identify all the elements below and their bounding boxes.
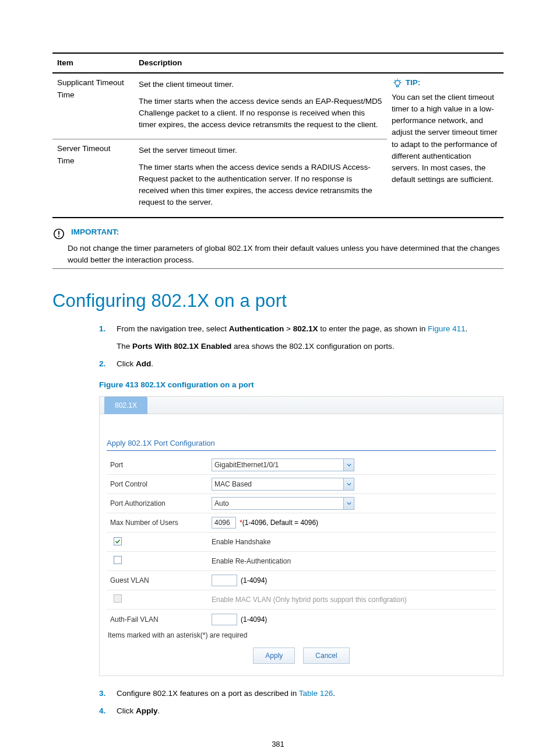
check-icon bbox=[115, 538, 121, 544]
row-max-users: Max Number of Users 4096 *(1-4096, Defau… bbox=[107, 513, 496, 533]
enable-mac-vlan-label: Enable MAC VLAN (Only hybrid ports suppo… bbox=[212, 594, 496, 605]
step-1: From the navigation tree, select Authent… bbox=[99, 323, 504, 353]
svg-rect-2 bbox=[58, 230, 59, 234]
cell-desc: Set the client timeout timer. The timer … bbox=[134, 73, 387, 139]
row-auth-fail-vlan: Auth-Fail VLAN (1-4094) bbox=[107, 610, 496, 629]
tip-label: TIP: bbox=[406, 78, 421, 87]
port-label: Port bbox=[107, 460, 212, 470]
lightbulb-icon bbox=[392, 78, 403, 89]
row-enable-reauth: Enable Re-Authentication bbox=[107, 552, 496, 571]
enable-handshake-checkbox[interactable] bbox=[114, 537, 122, 545]
row-guest-vlan: Guest VLAN (1-4094) bbox=[107, 571, 496, 590]
step-3: Configure 802.1X features on a port as d… bbox=[99, 688, 504, 699]
guest-vlan-input[interactable] bbox=[212, 575, 237, 586]
figure-411-link[interactable]: Figure 411 bbox=[428, 324, 466, 333]
max-users-input[interactable]: 4096 bbox=[212, 517, 236, 528]
cell-item: Server Timeout Time bbox=[52, 139, 134, 218]
important-body: Do not change the timer parameters of gl… bbox=[52, 243, 504, 267]
auth-fail-vlan-input[interactable] bbox=[212, 614, 237, 625]
auth-fail-vlan-label: Auth-Fail VLAN bbox=[107, 614, 212, 625]
figure-caption: Figure 413 802.1X configuration on a por… bbox=[99, 379, 504, 391]
tip-body: You can set the client timeout timer to … bbox=[392, 92, 499, 186]
row-port-control: Port Control MAC Based bbox=[107, 475, 496, 494]
tab-bar: 802.1X bbox=[100, 397, 503, 414]
row-enable-handshake: Enable Handshake bbox=[107, 533, 496, 552]
row-port: Port GigabitEthernet1/0/1 bbox=[107, 456, 496, 475]
tab-802-1x[interactable]: 802.1X bbox=[104, 397, 147, 414]
chevron-down-icon bbox=[343, 498, 354, 509]
row-port-authorization: Port Authorization Auto bbox=[107, 494, 496, 513]
exclamation-circle-icon bbox=[52, 228, 65, 240]
table-126-link[interactable]: Table 126 bbox=[299, 689, 333, 698]
max-users-label: Max Number of Users bbox=[107, 517, 212, 528]
chevron-down-icon bbox=[343, 459, 354, 471]
cell-desc: Set the server timeout timer. The timer … bbox=[134, 139, 387, 218]
page-number: 381 bbox=[52, 738, 504, 750]
cell-item: Supplicant Timeout Time bbox=[52, 73, 134, 139]
tip-cell: TIP: You can set the client timeout time… bbox=[387, 73, 504, 217]
th-description: Description bbox=[134, 53, 504, 73]
guest-vlan-label: Guest VLAN bbox=[107, 575, 212, 586]
enable-reauth-label: Enable Re-Authentication bbox=[212, 556, 496, 566]
svg-rect-3 bbox=[58, 236, 59, 237]
important-label: IMPORTANT: bbox=[71, 226, 119, 238]
port-authorization-select[interactable]: Auto bbox=[212, 497, 354, 510]
parameters-table: Item Description Supplicant Timeout Time… bbox=[52, 52, 504, 218]
port-select[interactable]: GigabitEthernet1/0/1 bbox=[212, 459, 354, 471]
chevron-down-icon bbox=[343, 478, 354, 490]
port-control-select[interactable]: MAC Based bbox=[212, 478, 354, 491]
step-2: Click Add. bbox=[99, 358, 504, 370]
cancel-button[interactable]: Cancel bbox=[303, 648, 349, 664]
th-item: Item bbox=[52, 53, 134, 73]
step-4: Click Apply. bbox=[99, 705, 504, 717]
figure-802-1x-config: 802.1X Apply 802.1X Port Configuration P… bbox=[99, 396, 504, 677]
form-section-header: Apply 802.1X Port Configuration bbox=[107, 438, 496, 452]
apply-button[interactable]: Apply bbox=[253, 648, 295, 664]
table-row: Supplicant Timeout Time Set the client t… bbox=[52, 73, 504, 139]
enable-mac-vlan-checkbox bbox=[114, 594, 122, 603]
enable-reauth-checkbox[interactable] bbox=[114, 556, 122, 564]
svg-point-0 bbox=[395, 80, 400, 85]
section-heading: Configuring 802.1X on a port bbox=[52, 288, 504, 315]
port-authorization-label: Port Authorization bbox=[107, 498, 212, 509]
row-mac-vlan: Enable MAC VLAN (Only hybrid ports suppo… bbox=[107, 590, 496, 610]
port-control-label: Port Control bbox=[107, 479, 212, 489]
important-callout: IMPORTANT: Do not change the timer param… bbox=[52, 226, 504, 270]
enable-handshake-label: Enable Handshake bbox=[212, 537, 496, 547]
required-note: Items marked with an asterisk(*) are req… bbox=[107, 630, 496, 640]
